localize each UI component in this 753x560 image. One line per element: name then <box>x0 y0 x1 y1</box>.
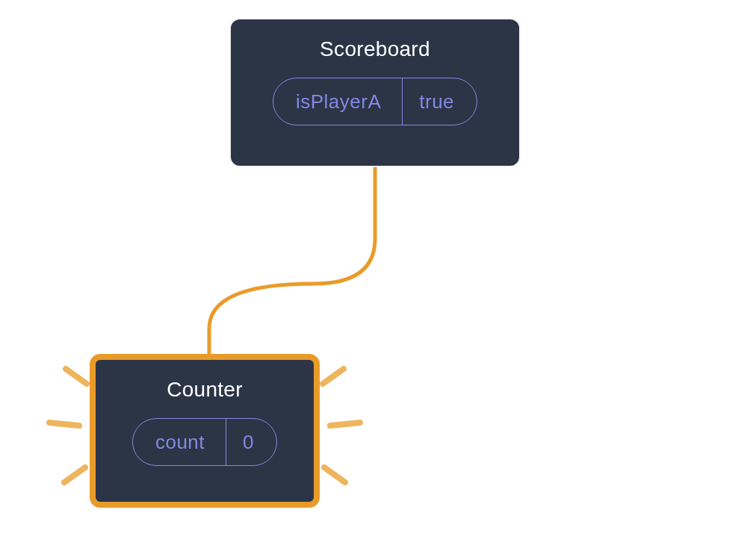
scoreboard-node: Scoreboard isPlayerA true <box>229 18 521 167</box>
counter-node: Counter count 0 <box>90 354 320 508</box>
svg-line-2 <box>64 467 85 482</box>
spark-left-icon <box>43 360 96 494</box>
svg-line-5 <box>324 467 345 482</box>
counter-title: Counter <box>167 378 243 402</box>
svg-line-1 <box>49 423 79 426</box>
scoreboard-state-key: isPlayerA <box>273 78 403 125</box>
counter-state-value: 0 <box>226 419 276 465</box>
svg-line-3 <box>323 369 344 384</box>
diagram-canvas: Scoreboard isPlayerA true Counter count … <box>0 0 753 560</box>
spark-right-icon <box>314 360 366 494</box>
counter-state-pill: count 0 <box>132 418 277 466</box>
counter-state-key: count <box>133 419 226 465</box>
scoreboard-title: Scoreboard <box>320 37 430 61</box>
svg-line-4 <box>330 423 360 426</box>
svg-line-0 <box>66 369 87 384</box>
scoreboard-state-value: true <box>403 78 477 125</box>
scoreboard-state-pill: isPlayerA true <box>273 78 477 125</box>
